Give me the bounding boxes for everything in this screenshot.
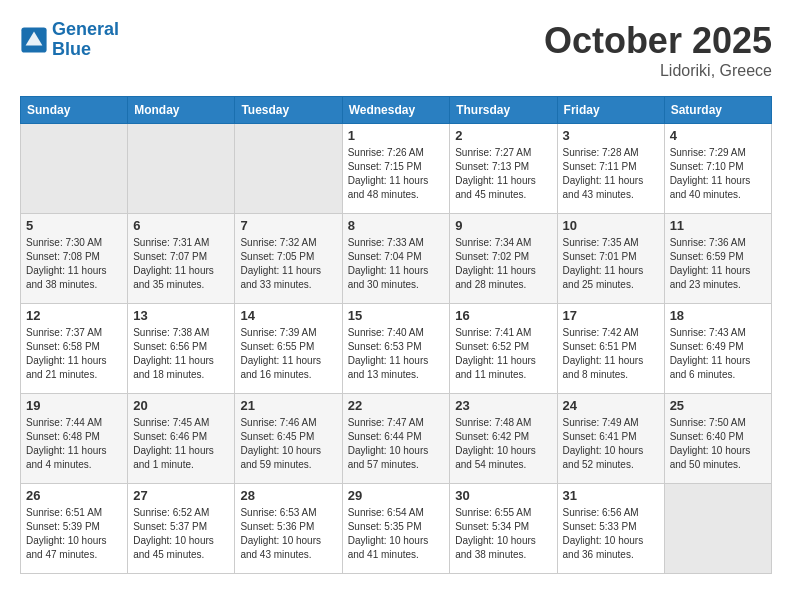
calendar-cell: 21Sunrise: 7:46 AM Sunset: 6:45 PM Dayli…: [235, 394, 342, 484]
page-header: General Blue October 2025 Lidoriki, Gree…: [20, 20, 772, 80]
day-info: Sunrise: 7:39 AM Sunset: 6:55 PM Dayligh…: [240, 326, 336, 382]
day-number: 28: [240, 488, 336, 503]
day-info: Sunrise: 6:54 AM Sunset: 5:35 PM Dayligh…: [348, 506, 445, 562]
day-info: Sunrise: 6:56 AM Sunset: 5:33 PM Dayligh…: [563, 506, 659, 562]
day-number: 14: [240, 308, 336, 323]
day-info: Sunrise: 7:27 AM Sunset: 7:13 PM Dayligh…: [455, 146, 551, 202]
day-number: 22: [348, 398, 445, 413]
day-number: 23: [455, 398, 551, 413]
calendar-body: 1Sunrise: 7:26 AM Sunset: 7:15 PM Daylig…: [21, 124, 772, 574]
day-info: Sunrise: 7:33 AM Sunset: 7:04 PM Dayligh…: [348, 236, 445, 292]
day-number: 20: [133, 398, 229, 413]
day-number: 5: [26, 218, 122, 233]
day-number: 27: [133, 488, 229, 503]
day-number: 2: [455, 128, 551, 143]
calendar-cell: 23Sunrise: 7:48 AM Sunset: 6:42 PM Dayli…: [450, 394, 557, 484]
day-number: 24: [563, 398, 659, 413]
day-info: Sunrise: 6:53 AM Sunset: 5:36 PM Dayligh…: [240, 506, 336, 562]
calendar-cell: 15Sunrise: 7:40 AM Sunset: 6:53 PM Dayli…: [342, 304, 450, 394]
calendar-cell: 27Sunrise: 6:52 AM Sunset: 5:37 PM Dayli…: [128, 484, 235, 574]
week-row-1: 1Sunrise: 7:26 AM Sunset: 7:15 PM Daylig…: [21, 124, 772, 214]
title-block: October 2025 Lidoriki, Greece: [544, 20, 772, 80]
day-info: Sunrise: 6:51 AM Sunset: 5:39 PM Dayligh…: [26, 506, 122, 562]
week-row-3: 12Sunrise: 7:37 AM Sunset: 6:58 PM Dayli…: [21, 304, 772, 394]
weekday-header-friday: Friday: [557, 97, 664, 124]
day-number: 6: [133, 218, 229, 233]
day-number: 30: [455, 488, 551, 503]
day-info: Sunrise: 7:48 AM Sunset: 6:42 PM Dayligh…: [455, 416, 551, 472]
calendar-cell: 11Sunrise: 7:36 AM Sunset: 6:59 PM Dayli…: [664, 214, 771, 304]
calendar-cell: 14Sunrise: 7:39 AM Sunset: 6:55 PM Dayli…: [235, 304, 342, 394]
day-info: Sunrise: 7:45 AM Sunset: 6:46 PM Dayligh…: [133, 416, 229, 472]
calendar-cell: 26Sunrise: 6:51 AM Sunset: 5:39 PM Dayli…: [21, 484, 128, 574]
day-number: 19: [26, 398, 122, 413]
day-number: 25: [670, 398, 766, 413]
calendar-cell: 8Sunrise: 7:33 AM Sunset: 7:04 PM Daylig…: [342, 214, 450, 304]
day-number: 31: [563, 488, 659, 503]
week-row-5: 26Sunrise: 6:51 AM Sunset: 5:39 PM Dayli…: [21, 484, 772, 574]
calendar-cell: 28Sunrise: 6:53 AM Sunset: 5:36 PM Dayli…: [235, 484, 342, 574]
weekday-header-row: SundayMondayTuesdayWednesdayThursdayFrid…: [21, 97, 772, 124]
calendar-cell: [235, 124, 342, 214]
day-number: 15: [348, 308, 445, 323]
calendar-cell: 19Sunrise: 7:44 AM Sunset: 6:48 PM Dayli…: [21, 394, 128, 484]
calendar-cell: 16Sunrise: 7:41 AM Sunset: 6:52 PM Dayli…: [450, 304, 557, 394]
day-info: Sunrise: 7:40 AM Sunset: 6:53 PM Dayligh…: [348, 326, 445, 382]
day-info: Sunrise: 7:29 AM Sunset: 7:10 PM Dayligh…: [670, 146, 766, 202]
day-info: Sunrise: 7:49 AM Sunset: 6:41 PM Dayligh…: [563, 416, 659, 472]
day-number: 26: [26, 488, 122, 503]
calendar-cell: 3Sunrise: 7:28 AM Sunset: 7:11 PM Daylig…: [557, 124, 664, 214]
calendar-cell: 30Sunrise: 6:55 AM Sunset: 5:34 PM Dayli…: [450, 484, 557, 574]
month-title: October 2025: [544, 20, 772, 62]
week-row-2: 5Sunrise: 7:30 AM Sunset: 7:08 PM Daylig…: [21, 214, 772, 304]
calendar-cell: [128, 124, 235, 214]
day-number: 29: [348, 488, 445, 503]
day-info: Sunrise: 7:50 AM Sunset: 6:40 PM Dayligh…: [670, 416, 766, 472]
calendar-cell: 9Sunrise: 7:34 AM Sunset: 7:02 PM Daylig…: [450, 214, 557, 304]
day-number: 8: [348, 218, 445, 233]
day-info: Sunrise: 7:26 AM Sunset: 7:15 PM Dayligh…: [348, 146, 445, 202]
weekday-header-sunday: Sunday: [21, 97, 128, 124]
day-number: 4: [670, 128, 766, 143]
logo-text: General Blue: [52, 20, 119, 60]
day-info: Sunrise: 7:30 AM Sunset: 7:08 PM Dayligh…: [26, 236, 122, 292]
location: Lidoriki, Greece: [544, 62, 772, 80]
calendar-cell: 12Sunrise: 7:37 AM Sunset: 6:58 PM Dayli…: [21, 304, 128, 394]
day-number: 17: [563, 308, 659, 323]
calendar-cell: 25Sunrise: 7:50 AM Sunset: 6:40 PM Dayli…: [664, 394, 771, 484]
calendar-cell: 13Sunrise: 7:38 AM Sunset: 6:56 PM Dayli…: [128, 304, 235, 394]
week-row-4: 19Sunrise: 7:44 AM Sunset: 6:48 PM Dayli…: [21, 394, 772, 484]
day-info: Sunrise: 7:28 AM Sunset: 7:11 PM Dayligh…: [563, 146, 659, 202]
day-number: 9: [455, 218, 551, 233]
day-number: 3: [563, 128, 659, 143]
logo-icon: [20, 26, 48, 54]
day-info: Sunrise: 7:46 AM Sunset: 6:45 PM Dayligh…: [240, 416, 336, 472]
day-number: 12: [26, 308, 122, 323]
calendar-cell: 20Sunrise: 7:45 AM Sunset: 6:46 PM Dayli…: [128, 394, 235, 484]
day-info: Sunrise: 7:37 AM Sunset: 6:58 PM Dayligh…: [26, 326, 122, 382]
calendar-cell: 18Sunrise: 7:43 AM Sunset: 6:49 PM Dayli…: [664, 304, 771, 394]
weekday-header-tuesday: Tuesday: [235, 97, 342, 124]
calendar-table: SundayMondayTuesdayWednesdayThursdayFrid…: [20, 96, 772, 574]
day-info: Sunrise: 7:32 AM Sunset: 7:05 PM Dayligh…: [240, 236, 336, 292]
calendar-cell: 17Sunrise: 7:42 AM Sunset: 6:51 PM Dayli…: [557, 304, 664, 394]
day-info: Sunrise: 6:52 AM Sunset: 5:37 PM Dayligh…: [133, 506, 229, 562]
calendar-cell: 6Sunrise: 7:31 AM Sunset: 7:07 PM Daylig…: [128, 214, 235, 304]
day-info: Sunrise: 7:43 AM Sunset: 6:49 PM Dayligh…: [670, 326, 766, 382]
calendar-cell: 22Sunrise: 7:47 AM Sunset: 6:44 PM Dayli…: [342, 394, 450, 484]
calendar-cell: 24Sunrise: 7:49 AM Sunset: 6:41 PM Dayli…: [557, 394, 664, 484]
day-info: Sunrise: 7:35 AM Sunset: 7:01 PM Dayligh…: [563, 236, 659, 292]
calendar-cell: 1Sunrise: 7:26 AM Sunset: 7:15 PM Daylig…: [342, 124, 450, 214]
calendar-cell: 10Sunrise: 7:35 AM Sunset: 7:01 PM Dayli…: [557, 214, 664, 304]
day-info: Sunrise: 7:47 AM Sunset: 6:44 PM Dayligh…: [348, 416, 445, 472]
calendar-cell: 31Sunrise: 6:56 AM Sunset: 5:33 PM Dayli…: [557, 484, 664, 574]
calendar-cell: 5Sunrise: 7:30 AM Sunset: 7:08 PM Daylig…: [21, 214, 128, 304]
day-number: 16: [455, 308, 551, 323]
day-number: 13: [133, 308, 229, 323]
weekday-header-monday: Monday: [128, 97, 235, 124]
day-number: 10: [563, 218, 659, 233]
calendar-cell: 29Sunrise: 6:54 AM Sunset: 5:35 PM Dayli…: [342, 484, 450, 574]
weekday-header-wednesday: Wednesday: [342, 97, 450, 124]
logo: General Blue: [20, 20, 119, 60]
day-number: 21: [240, 398, 336, 413]
